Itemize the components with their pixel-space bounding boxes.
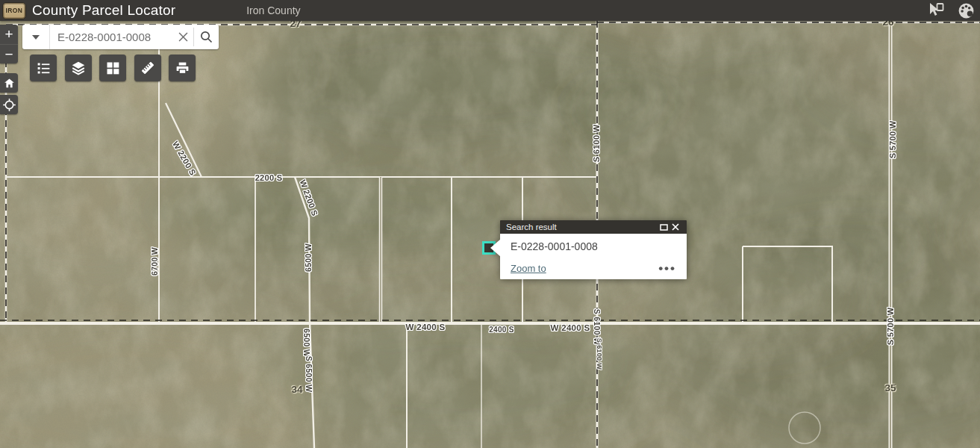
locate-crosshair-icon: [2, 98, 16, 112]
popup-close-button[interactable]: [670, 221, 681, 233]
layers-icon: [70, 60, 87, 76]
select-tool-button[interactable]: [926, 1, 946, 19]
search-input[interactable]: [50, 25, 172, 49]
iron-county-logo: IRON: [2, 2, 26, 19]
popup-tail: [490, 239, 501, 257]
map-canvas[interactable]: [0, 21, 980, 448]
maximize-icon: [660, 224, 668, 231]
satellite-basemap: [0, 21, 980, 448]
zoom-in-button[interactable]: +: [0, 25, 18, 44]
popup-header: Search result: [500, 220, 687, 234]
zoom-to-link[interactable]: Zoom to: [511, 263, 546, 274]
home-button[interactable]: [0, 73, 18, 93]
close-icon: [672, 223, 679, 231]
legend-button[interactable]: [30, 55, 57, 81]
app-header: IRON County Parcel Locator Iron County: [0, 0, 980, 21]
parcel-search-bar: [22, 25, 219, 49]
county-subtitle: Iron County: [246, 4, 300, 16]
search-result-popup: Search result E-0228-0001-0008 Zoom to •…: [500, 220, 687, 279]
select-cursor-icon: [927, 1, 945, 19]
search-icon: [200, 31, 213, 43]
popup-title: Search result: [506, 223, 658, 231]
home-icon: [3, 77, 16, 90]
print-icon: [175, 60, 190, 76]
popup-maximize-button[interactable]: [658, 221, 670, 233]
ruler-icon: [140, 60, 156, 76]
measurement-button[interactable]: [134, 55, 161, 81]
map-toolbar: [30, 55, 196, 81]
chevron-down-icon: [32, 35, 40, 40]
search-clear-button[interactable]: [172, 25, 193, 49]
locate-button[interactable]: [0, 95, 18, 114]
close-icon: [178, 32, 188, 42]
search-source-dropdown[interactable]: [22, 25, 50, 49]
zoom-out-button[interactable]: −: [0, 44, 18, 63]
basemap-gallery-button[interactable]: [99, 55, 126, 81]
palette-icon: [957, 1, 976, 20]
palette-button[interactable]: [956, 1, 976, 19]
popup-body: E-0228-0001-0008 Zoom to •••: [500, 234, 687, 279]
page-title: County Parcel Locator: [32, 2, 175, 19]
print-button[interactable]: [169, 55, 196, 81]
app-window: 2200 SW 2200 SW 2200 SS 6100 WS 5700 WS …: [0, 0, 980, 448]
search-button[interactable]: [194, 25, 219, 49]
layers-button[interactable]: [65, 55, 92, 81]
legend-icon: [36, 60, 52, 76]
parcel-id-text: E-0228-0001-0008: [511, 240, 676, 252]
basemap-grid-icon: [105, 60, 120, 75]
popup-more-button[interactable]: •••: [658, 266, 676, 272]
zoom-control: + −: [0, 25, 18, 63]
